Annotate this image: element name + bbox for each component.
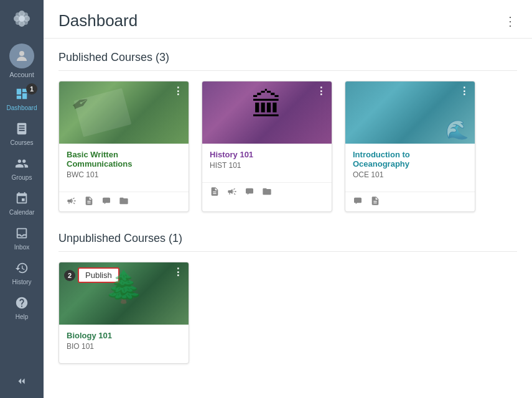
sidebar-item-groups[interactable]: Groups — [0, 152, 44, 187]
course-card-menu-hist101[interactable]: ⋮ — [316, 85, 327, 97]
course-name-hist101[interactable]: History 101 — [210, 150, 324, 159]
course-name-bio101[interactable]: Biology 101 — [67, 331, 181, 340]
course-image-oce101: ⋮ — [345, 81, 475, 144]
courses-icon — [15, 122, 29, 137]
courses-label: Courses — [10, 139, 33, 147]
course-image-bio101: 2 Publish ⋮ — [59, 262, 189, 325]
publish-button[interactable]: Publish — [78, 267, 119, 283]
course-card-oce101: ⋮ Introduction to Oceanography OCE 101 — [345, 81, 475, 212]
published-courses-grid: ⋮ Basic Written Communications BWC 101 — [58, 81, 517, 212]
course-card-menu-bwc101[interactable]: ⋮ — [173, 85, 184, 97]
files-icon-bwc101[interactable] — [119, 196, 129, 208]
calendar-icon — [15, 192, 29, 207]
avatar — [9, 44, 34, 68]
assignment-icon-oce101[interactable] — [370, 196, 380, 208]
course-info-bwc101: Basic Written Communications BWC 101 — [59, 144, 189, 192]
sidebar-item-inbox[interactable]: Inbox — [0, 221, 44, 256]
unpublished-courses-grid: 2 Publish ⋮ Biology 101 BIO 101 — [58, 262, 517, 364]
groups-icon — [15, 157, 29, 172]
unpublished-section-title: Unpublished Courses (1) — [58, 232, 517, 252]
svg-point-8 — [19, 16, 25, 22]
announce-icon-hist101[interactable] — [227, 187, 237, 198]
course-image-bwc101: ⋮ — [59, 81, 189, 144]
dashboard-content: Published Courses (3) ⋮ Basic Written Co… — [44, 39, 532, 396]
sidebar: Account 1 Dashboard Courses Groups Calen… — [0, 0, 44, 398]
discussion-icon-bwc101[interactable] — [101, 196, 111, 208]
svg-point-9 — [19, 51, 24, 56]
files-icon-hist101[interactable] — [262, 187, 272, 198]
unpublished-badge-number: 2 — [64, 270, 75, 281]
groups-label: Groups — [12, 174, 32, 182]
course-code-oce101: OCE 101 — [353, 170, 467, 179]
sidebar-item-courses[interactable]: Courses — [0, 117, 44, 152]
page-header: Dashboard ⋮ — [44, 0, 532, 39]
discussion-icon-oce101[interactable] — [353, 196, 363, 208]
account-label: Account — [9, 71, 34, 78]
course-actions-oce101 — [345, 192, 475, 211]
history-label: History — [12, 279, 31, 286]
course-code-bwc101: BWC 101 — [67, 170, 181, 179]
course-card-bwc101: ⋮ Basic Written Communications BWC 101 — [58, 81, 189, 212]
course-card-menu-bio101[interactable]: ⋮ — [173, 266, 184, 278]
course-info-hist101: History 101 HIST 101 — [202, 144, 332, 182]
app-logo[interactable] — [0, 0, 44, 37]
collapse-icon — [15, 374, 29, 388]
course-card-bio101: 2 Publish ⋮ Biology 101 BIO 101 — [58, 262, 189, 364]
canvas-logo-icon — [11, 7, 33, 30]
course-actions-bwc101 — [59, 192, 189, 211]
sidebar-collapse-button[interactable] — [0, 364, 44, 398]
main-content: Dashboard ⋮ Published Courses (3) ⋮ Basi… — [44, 0, 532, 398]
course-name-bwc101[interactable]: Basic Written Communications — [67, 150, 181, 169]
inbox-icon — [15, 226, 29, 242]
sidebar-item-dashboard[interactable]: 1 Dashboard — [0, 82, 44, 117]
sidebar-item-calendar[interactable]: Calendar — [0, 187, 44, 221]
course-card-hist101: ⋮ History 101 HIST 101 — [202, 81, 332, 212]
help-label: Help — [16, 313, 29, 321]
sidebar-item-help[interactable]: Help — [0, 291, 44, 326]
course-code-bio101: BIO 101 — [67, 342, 181, 351]
discussion-icon-hist101[interactable] — [245, 187, 254, 198]
course-info-oce101: Introduction to Oceanography OCE 101 — [345, 144, 475, 192]
help-icon — [15, 296, 29, 312]
course-info-bio101: Biology 101 BIO 101 — [59, 325, 189, 363]
course-card-menu-oce101[interactable]: ⋮ — [459, 85, 470, 97]
calendar-label: Calendar — [9, 209, 35, 216]
published-section-title: Published Courses (3) — [58, 51, 517, 71]
course-image-hist101: ⋮ — [202, 81, 332, 144]
dashboard-badge: 1 — [26, 83, 37, 95]
announce-icon-bwc101[interactable] — [67, 196, 77, 208]
course-actions-hist101 — [202, 182, 332, 202]
sidebar-item-history[interactable]: History — [0, 256, 44, 291]
history-icon — [15, 261, 29, 277]
course-code-hist101: HIST 101 — [210, 161, 324, 170]
sidebar-item-account[interactable]: Account — [0, 37, 44, 82]
publish-badge: 2 Publish — [64, 267, 119, 283]
assignment-icon-bwc101[interactable] — [84, 196, 94, 208]
page-title: Dashboard — [58, 11, 138, 30]
dashboard-label: Dashboard — [7, 104, 37, 112]
course-name-oce101[interactable]: Introduction to Oceanography — [353, 150, 467, 169]
inbox-label: Inbox — [14, 244, 29, 251]
header-menu-button[interactable]: ⋮ — [504, 14, 517, 29]
assignment-icon-hist101[interactable] — [210, 187, 220, 198]
